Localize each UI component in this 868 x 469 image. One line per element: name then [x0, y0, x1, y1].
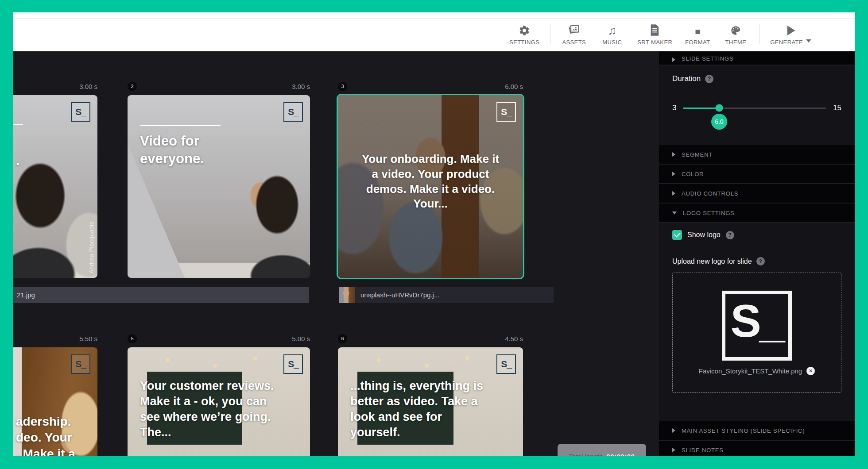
chevron-down-icon [672, 211, 677, 215]
divider [672, 248, 841, 248]
total-length-label: Total length [569, 453, 603, 456]
section-title: SEGMENT [682, 151, 713, 158]
music-label: MUSIC [602, 39, 622, 46]
storykit-logo: S_ [730, 300, 783, 342]
show-logo-checkbox[interactable] [672, 230, 682, 240]
srt-maker-button[interactable]: SRT MAKER [631, 23, 678, 46]
section-slide-settings[interactable]: SLIDE SETTINGS [659, 51, 855, 65]
slide-canvas: 3.00 s S_ . Andrea Piacquadio 2 3.00 s S… [13, 51, 659, 456]
slide-thumbnail-2[interactable]: S_ Video for everyone. [128, 95, 310, 278]
section-title: SLIDE NOTES [682, 447, 724, 454]
help-icon[interactable]: ? [756, 257, 765, 265]
storykit-logo-badge: S_ [283, 354, 303, 374]
slide-duration: 5.50 s [79, 335, 97, 342]
music-button[interactable]: ♫ MUSIC [593, 23, 631, 46]
section-main-asset-styling[interactable]: MAIN ASSET STYLING (SLIDE SPECIFIC) [659, 421, 855, 441]
format-button[interactable]: ■ FORMAT [678, 23, 717, 46]
theme-label: THEME [725, 39, 747, 46]
remove-logo-button[interactable]: ✕ [806, 367, 815, 375]
play-icon [786, 23, 796, 36]
slide-duration: 4.50 s [505, 335, 523, 342]
slide-duration: 5.00 s [292, 335, 310, 342]
storykit-logo-badge: S_ [71, 354, 90, 374]
slide-thumbnail-3[interactable]: S_ Your onboarding. Make it a video. You… [338, 95, 523, 278]
show-logo-label: Show logo [687, 231, 721, 239]
slide-cell-3-selected[interactable]: 3 6.00 s S_ Your onboarding. Make it a v… [338, 95, 523, 278]
help-icon[interactable]: ? [726, 231, 734, 239]
slide-text: Your onboarding. Make it a video. Your p… [346, 152, 515, 211]
section-title: LOGO SETTINGS [683, 210, 735, 216]
slide-duration: 3.00 s [79, 83, 97, 90]
slide-cell-4[interactable]: 5.50 s S_ adership. deo. Your . Make it … [13, 347, 97, 456]
slide-thumbnail-4[interactable]: S_ adership. deo. Your . Make it a [13, 347, 97, 456]
duration-label: Duration [672, 74, 701, 83]
chevron-right-icon [672, 428, 675, 433]
slide-text: . [16, 152, 19, 169]
section-logo-settings[interactable]: LOGO SETTINGS [659, 204, 855, 223]
slide-cell-5[interactable]: 5 5.00 s S_ Your customer reviews. Make … [128, 347, 310, 456]
section-title: SLIDE SETTINGS [682, 55, 733, 62]
logo-upload-dropzone[interactable]: S_ Favicon_Storykit_TEST_White.png ✕ [672, 273, 841, 393]
toolbar-divider [759, 24, 760, 44]
chevron-right-icon [672, 152, 675, 157]
section-color[interactable]: COLOR [659, 165, 855, 184]
upload-logo-label: Upload new logo for slide [672, 258, 752, 265]
section-audio-controls[interactable]: AUDIO CONTROLS [659, 184, 855, 204]
palette-icon [729, 23, 742, 36]
slide-thumbnail-1[interactable]: S_ . Andrea Piacquadio [13, 95, 97, 278]
segment-filename: unsplash--uHVRvDr7pg.j... [360, 291, 439, 299]
music-note-icon: ♫ [608, 23, 617, 36]
slide-number-badge: 3 [338, 82, 347, 91]
slide-text: Your customer reviews. Make it a - ok, y… [140, 378, 274, 440]
duration-slider[interactable]: 6.0 [683, 108, 826, 109]
slider-handle[interactable] [715, 104, 723, 112]
app-window: SETTINGS ASSETS ♫ MUSIC SRT MAKER ■ FORM… [13, 12, 855, 456]
total-length-badge: Total length 00:00:00 [558, 444, 646, 456]
srt-maker-label: SRT MAKER [637, 39, 672, 46]
section-segment[interactable]: SEGMENT [659, 145, 855, 165]
slide-text: ...thing is, everything is better as vid… [350, 378, 483, 440]
top-toolbar: SETTINGS ASSETS ♫ MUSIC SRT MAKER ■ FORM… [13, 12, 855, 51]
help-icon[interactable]: ? [705, 75, 713, 83]
logo-preview: S_ [722, 291, 792, 361]
slide-settings-content: Duration ? 3 6.0 15 [659, 65, 855, 145]
settings-sidebar: SLIDE SETTINGS Duration ? 3 6.0 15 SEGME… [659, 12, 855, 456]
section-title: MAIN ASSET STYLING (SLIDE SPECIFIC) [682, 427, 805, 434]
square-icon: ■ [695, 23, 700, 36]
section-slide-notes[interactable]: SLIDE NOTES [659, 441, 855, 456]
slide-thumbnail-6[interactable]: S_ ...thing is, everything is better as … [338, 347, 523, 456]
slider-max-label: 15 [833, 104, 841, 112]
photo-credit: Andrea Piacquadio [88, 221, 95, 273]
settings-button[interactable]: SETTINGS [503, 23, 546, 46]
chevron-down-icon [806, 39, 811, 42]
slide-text: Video for everyone. [140, 132, 204, 168]
photos-icon [568, 23, 580, 36]
generate-button[interactable]: GENERATE [764, 23, 818, 46]
settings-label: SETTINGS [509, 39, 539, 46]
segment-bar-1[interactable]: 21.jpg [13, 287, 309, 303]
section-title: COLOR [682, 171, 704, 177]
slide-number-badge: 2 [128, 82, 137, 91]
segment-bar-2[interactable]: unsplash--uHVRvDr7pg.j... [339, 287, 554, 303]
chevron-right-icon [672, 172, 675, 176]
slide-cell-6[interactable]: 6 4.50 s S_ ...thing is, everything is b… [338, 347, 523, 456]
slide-cell-1[interactable]: 3.00 s S_ . Andrea Piacquadio [13, 95, 97, 278]
storykit-logo-badge: S_ [496, 354, 516, 374]
logo-filename: Favicon_Storykit_TEST_White.png [699, 367, 802, 375]
sidebar-spacer [659, 404, 855, 421]
theme-button[interactable]: THEME [717, 23, 755, 46]
slide-duration: 3.00 s [292, 83, 310, 90]
slide-number-badge: 6 [338, 334, 347, 343]
slider-fill [683, 108, 719, 109]
total-length-value: 00:00:00 [606, 453, 635, 456]
storykit-logo-badge: S_ [283, 102, 303, 122]
section-title: AUDIO CONTROLS [682, 190, 738, 197]
slide-thumbnail-5[interactable]: S_ Your customer reviews. Make it a - ok… [128, 347, 310, 456]
generate-label: GENERATE [770, 39, 803, 46]
slide-cell-2[interactable]: 2 3.00 s S_ Video for everyone. [128, 95, 310, 278]
assets-button[interactable]: ASSETS [555, 23, 593, 46]
assets-label: ASSETS [562, 39, 586, 46]
storykit-logo-badge: S_ [496, 102, 516, 122]
storykit-logo-badge: S_ [71, 102, 90, 122]
document-icon [650, 23, 660, 36]
